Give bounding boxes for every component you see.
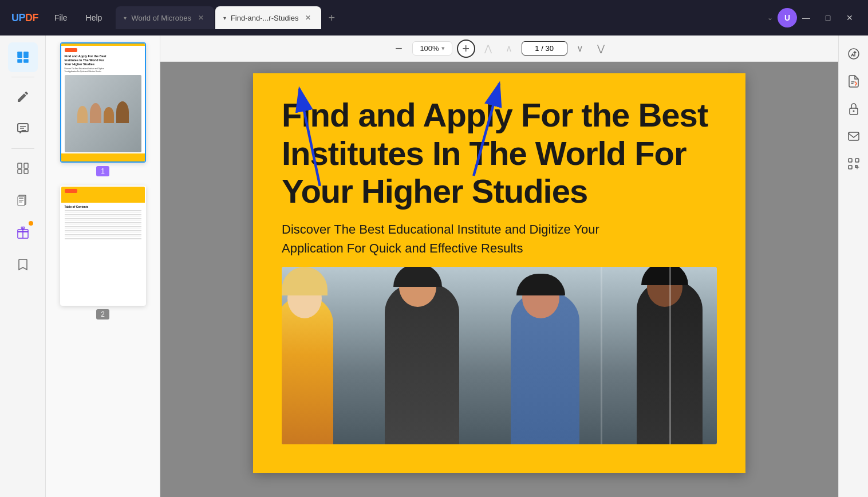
right-icon-pdf[interactable] — [842, 70, 865, 93]
sidebar-item-organize[interactable] — [8, 153, 38, 183]
svg-rect-0 — [17, 52, 22, 58]
main-area: Find and Apply For the BestInstitutes In… — [0, 36, 868, 497]
tab-world-of-microbes[interactable]: ▾ World of Microbes ✕ — [116, 6, 214, 29]
pdf-main-title: Find and Apply For the Best Institutes I… — [282, 96, 717, 211]
zoom-out-button[interactable]: − — [389, 40, 408, 58]
nav-last-button[interactable]: ⋁ — [593, 40, 609, 57]
sidebar-item-pages[interactable] — [8, 186, 38, 215]
svg-point-23 — [849, 49, 859, 59]
right-icon-ai[interactable] — [842, 42, 865, 65]
right-icon-lock[interactable] — [842, 97, 865, 120]
sidebar-item-bookmark[interactable] — [8, 250, 38, 279]
pdf-viewport: Find and Apply For the Best Institutes I… — [160, 62, 838, 497]
svg-rect-10 — [24, 169, 28, 173]
pdf-subtitle: Discover The Best Educational Institute … — [282, 220, 614, 258]
sidebar-item-comment[interactable] — [8, 114, 38, 144]
thumbnail-img-1: Find and Apply For the BestInstitutes In… — [60, 42, 146, 163]
page-current: 1 — [535, 44, 539, 53]
sidebar-divider-2 — [11, 148, 34, 149]
left-sidebar — [0, 36, 46, 497]
tab2-label: Find-and-...r-Studies — [231, 14, 299, 22]
page-input[interactable]: 1 / 30 — [522, 41, 567, 56]
right-icon-ocr[interactable] — [842, 152, 865, 175]
right-sidebar — [838, 36, 868, 497]
page-total: 30 — [545, 44, 553, 53]
zoom-display[interactable]: 100% ▾ — [412, 41, 452, 56]
thumbnail-label-1: 1 — [96, 166, 109, 176]
pdf-photo-area — [282, 267, 717, 444]
svg-rect-9 — [18, 169, 22, 173]
people-group — [282, 267, 717, 444]
page-separator: / — [541, 44, 543, 53]
title-bar: UPDF File Help ▾ World of Microbes ✕ ▾ F… — [0, 0, 868, 36]
window-controls: — □ ✕ — [797, 9, 859, 27]
svg-rect-7 — [18, 163, 22, 168]
toolbar: − 100% ▾ + ⋀ ∧ 1 / 30 ∨ ⋁ — [160, 36, 838, 62]
content-area: − 100% ▾ + ⋀ ∧ 1 / 30 ∨ ⋁ — [160, 36, 838, 497]
svg-rect-29 — [849, 165, 852, 169]
zoom-level: 100% — [420, 44, 439, 53]
sidebar-item-gift[interactable] — [8, 218, 38, 247]
svg-rect-26 — [849, 132, 859, 140]
thumbnail-page-2[interactable]: Table of Contents — [60, 186, 146, 320]
tab1-close-icon[interactable]: ✕ — [196, 13, 206, 23]
zoom-dropdown-icon: ▾ — [441, 45, 445, 52]
maximize-button[interactable]: □ — [819, 9, 837, 27]
svg-rect-28 — [855, 159, 859, 162]
svg-rect-18 — [19, 202, 22, 203]
nav-prev-button[interactable]: ∧ — [501, 40, 517, 57]
svg-rect-8 — [24, 163, 28, 168]
thumbnail-page-1[interactable]: Find and Apply For the BestInstitutes In… — [60, 42, 146, 176]
svg-rect-27 — [849, 159, 852, 162]
tabs-dropdown-icon[interactable]: ⌄ — [763, 11, 778, 24]
svg-rect-1 — [23, 52, 29, 58]
thumbnail-img-2: Table of Contents — [60, 186, 146, 306]
gift-badge — [29, 221, 33, 226]
tab1-label: World of Microbes — [131, 14, 191, 22]
svg-rect-16 — [19, 198, 23, 199]
thumbnail-panel: Find and Apply For the BestInstitutes In… — [46, 36, 160, 497]
tab2-arrow-icon: ▾ — [223, 15, 226, 21]
minimize-button[interactable]: — — [797, 9, 815, 27]
svg-rect-2 — [17, 59, 22, 63]
svg-rect-17 — [19, 200, 23, 201]
close-button[interactable]: ✕ — [841, 9, 859, 27]
nav-next-button[interactable]: ∨ — [572, 40, 588, 57]
account-button[interactable]: U — [778, 8, 797, 27]
menu-file[interactable]: File — [45, 10, 77, 26]
zoom-in-button[interactable]: + — [457, 40, 475, 58]
sidebar-item-edit[interactable] — [8, 82, 38, 112]
tab1-arrow-icon: ▾ — [124, 15, 127, 21]
thumbnail-label-2: 2 — [96, 309, 109, 320]
app-logo[interactable]: UPDF — [5, 12, 45, 24]
tab-add-button[interactable]: + — [322, 9, 341, 27]
tabs-area: ▾ World of Microbes ✕ ▾ Find-and-...r-St… — [116, 6, 763, 29]
nav-first-button[interactable]: ⋀ — [480, 40, 496, 57]
sidebar-item-reader[interactable] — [8, 42, 38, 72]
sidebar-divider-1 — [11, 77, 34, 77]
tab2-close-icon[interactable]: ✕ — [303, 13, 313, 23]
svg-rect-3 — [23, 59, 29, 63]
menu-help[interactable]: Help — [77, 10, 112, 26]
tab-find-studies[interactable]: ▾ Find-and-...r-Studies ✕ — [215, 6, 322, 29]
pdf-page-1: Find and Apply For the Best Institutes I… — [253, 73, 745, 473]
pdf-page-content: Find and Apply For the Best Institutes I… — [253, 73, 745, 473]
svg-point-25 — [853, 111, 854, 112]
right-icon-email[interactable] — [842, 125, 865, 148]
